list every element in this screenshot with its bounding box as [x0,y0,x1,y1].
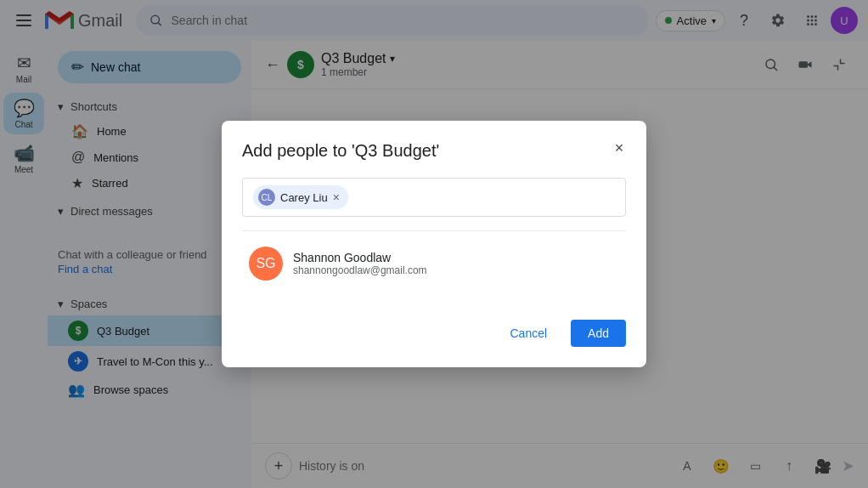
chip-name: Carey Liu [280,191,328,204]
add-button[interactable]: Add [571,320,626,347]
suggestion-info: Shannon Goodlaw shannongoodlaw@gmail.com [293,251,619,276]
suggestion-email: shannongoodlaw@gmail.com [293,264,619,276]
suggestion-avatar: SG [249,247,283,281]
chip-avatar: CL [258,189,275,206]
cancel-button[interactable]: Cancel [493,320,564,347]
suggestion-list: SG Shannon Goodlaw shannongoodlaw@gmail.… [242,230,626,289]
chip-close-button[interactable]: × [333,190,340,204]
modal-actions: Cancel Add [242,306,626,347]
modal-title: Add people to 'Q3 Budget' [242,141,626,161]
people-input-area[interactable]: CL Carey Liu × [242,178,626,217]
people-search-input[interactable] [355,190,615,204]
modal-overlay: × Add people to 'Q3 Budget' CL Carey Liu… [0,0,868,488]
add-people-modal: × Add people to 'Q3 Budget' CL Carey Liu… [222,121,646,367]
person-chip: CL Carey Liu × [253,185,348,209]
suggestion-item-shannon[interactable]: SG Shannon Goodlaw shannongoodlaw@gmail.… [242,238,626,289]
modal-close-button[interactable]: × [606,134,633,162]
suggestion-name: Shannon Goodlaw [293,251,619,264]
